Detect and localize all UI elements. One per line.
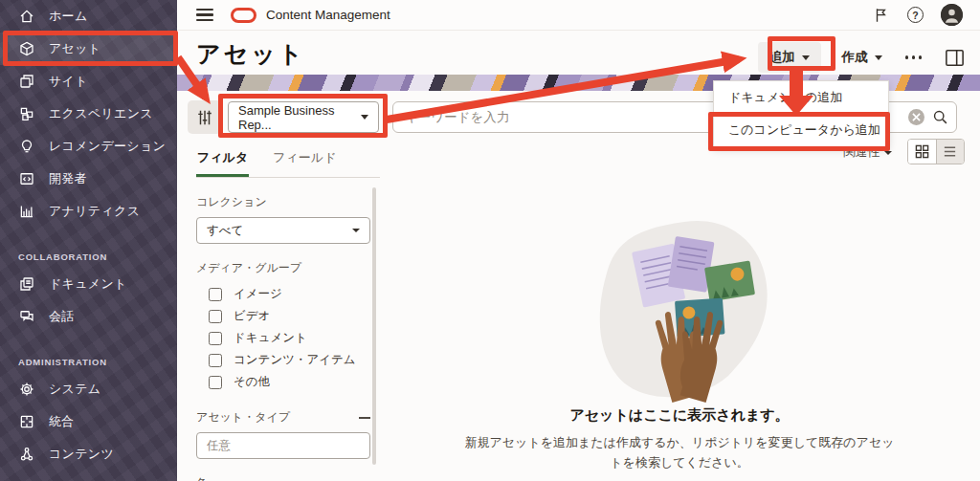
sidebar-item-label: コンテンツ — [49, 446, 114, 463]
sidebar-section-collaboration: COLLABORATION — [0, 245, 177, 268]
experiences-icon — [18, 105, 35, 122]
sidebar: ホーム アセット サイト エクスペリエンス レコメンデーション 開発者 アナリテ… — [0, 0, 177, 481]
menu-item-add-documents[interactable]: ドキュメントの追加 — [714, 81, 888, 114]
sidebar-item-label: サイト — [49, 73, 88, 90]
collection-value: すべて — [207, 223, 243, 239]
menu-item-add-from-computer[interactable]: このコンピュータから追加 — [714, 114, 888, 146]
close-icon — [912, 113, 921, 121]
collapse-section-icon[interactable] — [359, 417, 370, 419]
analytics-icon — [18, 203, 35, 220]
filter-tabs: フィルタ フィールド — [196, 143, 380, 178]
chevron-down-icon — [802, 55, 810, 60]
checkbox-row-images[interactable]: イメージ — [196, 283, 370, 305]
green-image-card — [704, 260, 755, 301]
search-clear-button[interactable] — [908, 109, 924, 125]
asset-type-label: アセット・タイプ — [196, 409, 370, 426]
sidebar-item-documents[interactable]: ドキュメント — [0, 268, 177, 300]
topbar-right: ? — [873, 4, 963, 26]
tab-field[interactable]: フィールド — [272, 143, 337, 177]
filter-panel-scrollbar[interactable] — [372, 187, 376, 465]
sidebar-item-label: 会話 — [49, 308, 75, 325]
sites-icon — [18, 73, 35, 90]
home-icon — [18, 8, 35, 25]
checkbox-row-others[interactable]: その他 — [196, 371, 370, 393]
filter-panel-toggle-button[interactable] — [188, 100, 222, 134]
collection-label: コレクション — [196, 194, 370, 210]
help-icon[interactable]: ? — [907, 7, 924, 23]
developer-icon — [18, 170, 35, 187]
add-button[interactable]: 追加 — [758, 42, 821, 73]
app-window: ホーム アセット サイト エクスペリエンス レコメンデーション 開発者 アナリテ… — [0, 0, 980, 481]
more-options-button[interactable] — [903, 50, 924, 65]
chevron-down-icon — [884, 151, 892, 155]
content-nodes-icon — [18, 446, 35, 463]
topbar: Content Management ? — [177, 0, 980, 31]
create-button[interactable]: 作成 — [842, 49, 882, 66]
sidebar-item-home[interactable]: ホーム — [0, 0, 177, 33]
sidebar-item-content[interactable]: コンテンツ — [0, 438, 177, 470]
conversations-icon — [18, 308, 35, 325]
person-icon — [941, 4, 963, 26]
assets-cube-icon — [18, 40, 35, 57]
sidebar-item-label: 統合 — [49, 413, 75, 430]
sidebar-item-integration[interactable]: 統合 — [0, 405, 177, 438]
repository-value: Sample Business Rep... — [238, 103, 361, 132]
sidebar-item-label: アナリティクス — [49, 203, 140, 220]
checkbox-unchecked[interactable] — [209, 332, 222, 345]
list-view-icon — [943, 144, 957, 159]
checkbox-unchecked[interactable] — [209, 354, 222, 367]
flag-icon[interactable] — [873, 7, 890, 24]
checkbox-row-content-items[interactable]: コンテンツ・アイテム — [196, 349, 370, 371]
page-actions: 追加 作成 — [758, 42, 966, 73]
checkbox-unchecked[interactable] — [209, 376, 222, 389]
empty-state-description: 新規アセットを追加または作成するか、リポジトリを変更して既存のアセットを検索して… — [459, 432, 900, 473]
sidebar-section-administration: ADMINISTRATION — [0, 350, 177, 373]
checkbox-row-documents[interactable]: ドキュメント — [196, 327, 370, 349]
lightbulb-icon — [18, 138, 35, 155]
sidebar-item-sites[interactable]: サイト — [0, 65, 177, 98]
sidebar-item-system[interactable]: システム — [0, 373, 177, 405]
search-icon[interactable] — [932, 109, 948, 125]
oracle-logo — [231, 8, 256, 23]
documents-icon — [18, 275, 35, 293]
checkbox-unchecked[interactable] — [209, 310, 222, 323]
sliders-filter-icon — [196, 109, 213, 126]
asset-type-input[interactable] — [196, 432, 370, 459]
side-panel-toggle-icon[interactable] — [945, 49, 965, 67]
media-group-label: メディア・グループ — [196, 260, 370, 276]
hamburger-menu-icon[interactable] — [196, 9, 213, 21]
sidebar-item-conversations[interactable]: 会話 — [0, 300, 177, 333]
color-label: 色 — [196, 475, 370, 481]
avatar[interactable] — [941, 4, 963, 26]
integration-icon — [18, 413, 35, 430]
list-view-button[interactable] — [937, 140, 965, 164]
sidebar-item-label: ドキュメント — [49, 275, 127, 293]
tab-filter[interactable]: フィルタ — [196, 143, 249, 177]
sidebar-item-label: 開発者 — [49, 170, 87, 187]
sidebar-item-label: エクスペリエンス — [49, 105, 153, 122]
empty-state: アセットはここに表示されます。 新規アセットを追加または作成するか、リポジトリを… — [459, 406, 900, 473]
grid-view-icon — [915, 144, 929, 159]
sidebar-item-label: レコメンデーション — [49, 138, 166, 155]
sidebar-item-partial[interactable] — [0, 470, 177, 481]
sidebar-item-developer[interactable]: 開発者 — [0, 163, 177, 195]
empty-state-title: アセットはここに表示されます。 — [459, 406, 900, 425]
sidebar-item-analytics[interactable]: アナリティクス — [0, 195, 177, 228]
add-dropdown-menu: ドキュメントの追加 このコンピュータから追加 — [713, 80, 889, 147]
checkbox-row-videos[interactable]: ビデオ — [196, 305, 370, 327]
gear-icon — [18, 381, 35, 398]
app-title: Content Management — [266, 8, 390, 22]
collection-select[interactable]: すべて — [196, 217, 370, 244]
page-title: アセット — [196, 38, 305, 70]
sidebar-item-label: システム — [49, 381, 100, 398]
sidebar-item-label: アセット — [49, 40, 100, 57]
checkbox-unchecked[interactable] — [209, 288, 222, 301]
sidebar-item-experiences[interactable]: エクスペリエンス — [0, 98, 177, 130]
sidebar-item-recommendations[interactable]: レコメンデーション — [0, 130, 177, 163]
grid-view-button[interactable] — [908, 140, 937, 164]
empty-state-illustration — [584, 212, 794, 408]
sidebar-item-assets[interactable]: アセット — [0, 33, 177, 65]
repository-selector[interactable]: Sample Business Rep... — [228, 101, 379, 133]
chevron-down-icon — [352, 229, 360, 232]
sidebar-item-label: ホーム — [49, 8, 88, 25]
